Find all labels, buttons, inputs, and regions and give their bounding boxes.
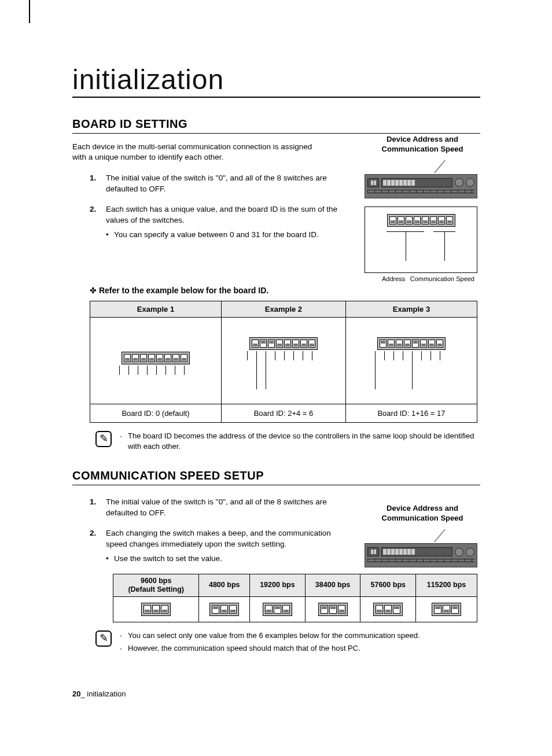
- example-label: Board ID: 1+16 = 17: [345, 404, 477, 422]
- dip-switch-3: [373, 603, 403, 616]
- step-1: 1.The initial value of the switch is "0"…: [90, 173, 338, 195]
- speed-dip-cell: [416, 596, 477, 622]
- board-id-examples-table: Example 1 Example 2 Example 3 Board ID: …: [90, 301, 477, 423]
- speed-dip-cell: [360, 596, 416, 622]
- page-footer: 20_ initialization: [72, 689, 126, 698]
- dip-switch-3: [263, 603, 292, 616]
- comm-speed-heading: COMMUNICATION SPEED SETUP: [72, 469, 480, 485]
- step-2: 2.Each switch has a unique value, and th…: [90, 204, 338, 241]
- page-content: initialization BOARD ID SETTING Each dev…: [72, 64, 480, 656]
- cs-step-2: 2.Each changing the switch makes a beep,…: [90, 528, 338, 565]
- comm-speed-steps: 1.The initial value of the switch is "0"…: [90, 497, 338, 564]
- cs-figure-label: Device Address and Communication Speed: [365, 504, 480, 523]
- board-id-heading: BOARD ID SETTING: [72, 117, 480, 134]
- cs-step-2-bullet: Use the switch to set the value.: [106, 554, 338, 565]
- label-comm-speed: Communication Speed: [410, 275, 474, 282]
- board-id-intro: Each device in the multi-serial communic…: [72, 142, 327, 163]
- dip-example-cell: [90, 317, 222, 404]
- page-number: 20: [72, 689, 80, 698]
- comm-speed-figure: Device Address and Communication Speed: [365, 504, 480, 567]
- cs-note-2: However, the communication speed should …: [120, 643, 420, 654]
- speed-header: 9600 bps(Default Setting): [113, 574, 199, 596]
- step-2-bullet: You can specify a value between 0 and 31…: [106, 230, 338, 241]
- board-id-body: Each device in the multi-serial communic…: [72, 142, 480, 241]
- hardware-module-icon: [365, 543, 477, 567]
- comm-speed-body: 1.The initial value of the switch is "0"…: [72, 497, 480, 564]
- label-address: Address: [382, 275, 405, 282]
- dip-switch-8: [377, 337, 446, 350]
- note-icon: ✎: [95, 630, 112, 647]
- dip-switch-8: [122, 352, 190, 364]
- dip-switch-8: [249, 337, 318, 350]
- dip-detail-figure: [365, 206, 477, 273]
- speed-dip-cell: [113, 596, 199, 622]
- comm-speed-table: 9600 bps(Default Setting)4800 bps19200 b…: [113, 574, 477, 622]
- note-icon: ✎: [95, 431, 112, 447]
- cs-step-1: 1.The initial value of the switch is "0"…: [90, 497, 338, 519]
- chapter-title: initialization: [72, 64, 480, 98]
- note-text: The board ID becomes the address of the …: [120, 431, 480, 452]
- speed-header: 19200 bps: [250, 574, 306, 596]
- dip-example-cell: [345, 317, 477, 404]
- speed-dip-cell: [199, 596, 250, 622]
- callout-line: [434, 529, 446, 542]
- speed-header: 4800 bps: [199, 574, 250, 596]
- cs-note-1: You can select only one value from the 6…: [120, 630, 420, 641]
- example-subhead: Refer to the example below for the board…: [90, 286, 480, 295]
- dip-switch-3: [141, 603, 171, 616]
- dip-example-cell: [221, 317, 345, 404]
- step-2-bullets: You can specify a value between 0 and 31…: [106, 230, 338, 241]
- page-crop-mark: [29, 0, 30, 23]
- footer-title: initialization: [87, 689, 126, 698]
- speed-dip-cell: [305, 596, 360, 622]
- example-label: Board ID: 2+4 = 6: [221, 404, 345, 422]
- hardware-module-icon: [365, 174, 477, 198]
- example-header: Example 1: [90, 301, 222, 317]
- dip-switch-8: [387, 214, 455, 227]
- example-header: Example 2: [221, 301, 345, 317]
- speed-header: 115200 bps: [416, 574, 477, 596]
- speed-header: 57600 bps: [360, 574, 416, 596]
- dip-switch-3: [432, 603, 461, 616]
- comm-speed-notes: ✎ You can select only one value from the…: [95, 630, 480, 656]
- board-id-note: ✎ The board ID becomes the address of th…: [95, 431, 480, 454]
- figure-label: Device Address and Communication Speed: [365, 135, 480, 154]
- speed-header: 38400 bps: [305, 574, 360, 596]
- speed-dip-cell: [250, 596, 306, 622]
- example-label: Board ID: 0 (default): [90, 404, 222, 422]
- dip-switch-3: [318, 603, 348, 616]
- example-header: Example 3: [345, 301, 477, 317]
- board-id-steps: 1.The initial value of the switch is "0"…: [90, 173, 338, 240]
- board-id-figure: Device Address and Communication Speed: [365, 135, 480, 282]
- dip-switch-3: [209, 603, 239, 616]
- callout-line: [434, 160, 446, 173]
